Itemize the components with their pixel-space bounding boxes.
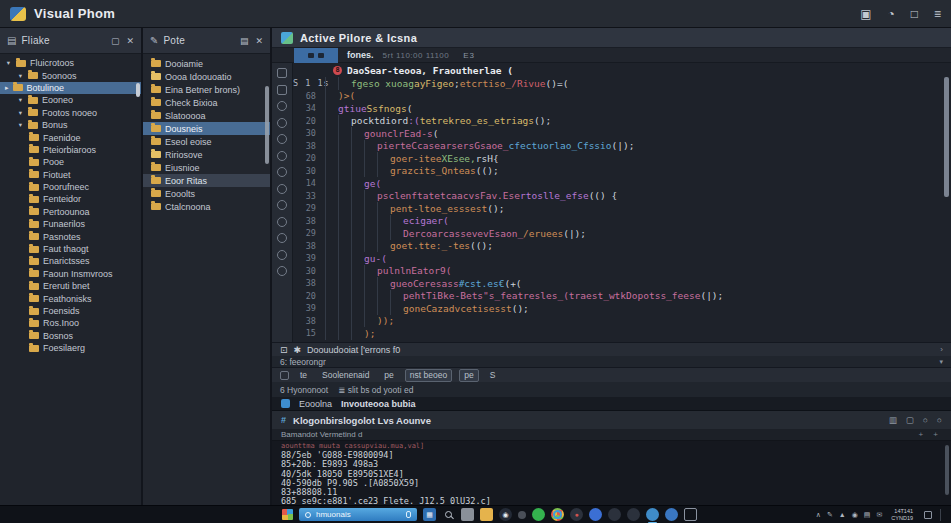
ring-icon[interactable]: ○ <box>937 415 942 425</box>
tree-item[interactable]: Ririosove <box>143 148 270 161</box>
network-icon[interactable]: ▲ <box>839 511 846 518</box>
chevron-down-icon[interactable]: ▾ <box>17 109 24 117</box>
tree-item[interactable]: Eiusnioe <box>143 161 270 174</box>
status-button[interactable]: pe <box>380 370 397 381</box>
earth-icon[interactable] <box>589 508 602 521</box>
clock[interactable]: 14T141 CYND19 <box>891 508 913 521</box>
pen-icon[interactable]: ✎ <box>827 511 833 519</box>
tree-item[interactable]: Faenidoe <box>0 131 141 143</box>
media-icon[interactable]: ◉ <box>499 508 512 521</box>
ring-icon[interactable] <box>277 266 287 276</box>
tree-item[interactable]: Pooe <box>0 156 141 168</box>
split-icon[interactable]: ▥ <box>889 415 897 425</box>
list-panel-icon[interactable]: ▤ <box>240 36 249 46</box>
frame-icon[interactable] <box>684 508 697 521</box>
tree-item[interactable]: Fiotuet <box>0 169 141 181</box>
tree-item[interactable]: Pteiorbiaroos <box>0 144 141 156</box>
tree-item[interactable]: Feathonisks <box>0 292 141 304</box>
chevron-up-icon[interactable]: ∧ <box>816 511 821 519</box>
tree-item[interactable]: ▾Footos nooeo <box>0 107 141 119</box>
box-icon[interactable] <box>277 85 287 95</box>
terminal-scrollbar[interactable] <box>945 445 949 495</box>
tree-item[interactable]: Bosnos <box>0 330 141 342</box>
panel-icon[interactable] <box>277 68 287 78</box>
tree-item[interactable]: Funaerilos <box>0 218 141 230</box>
tree-item[interactable]: Foensids <box>0 305 141 317</box>
path-scrollbar[interactable] <box>265 86 269 164</box>
message-icon[interactable]: ✉ <box>876 511 882 519</box>
tree-item[interactable]: ▾Bonus <box>0 119 141 131</box>
console-tab[interactable]: Eooolna <box>299 399 332 409</box>
start-button[interactable] <box>282 509 293 520</box>
tree-item[interactable]: ▾Eooneo <box>0 94 141 106</box>
tree-item[interactable]: Pasnotes <box>0 230 141 242</box>
tree-item[interactable]: ▾5oonoos <box>0 69 141 81</box>
tree-item[interactable]: Faut thaogt <box>0 243 141 255</box>
app-dark2-icon[interactable] <box>627 508 640 521</box>
whatsapp-icon[interactable] <box>532 508 545 521</box>
tab-label[interactable]: fones. <box>338 50 383 60</box>
tree-item[interactable]: Dooiamie <box>143 57 270 70</box>
terminal-output[interactable]: aounttma muuta cassupviau.mua,val]88/5eb… <box>272 441 951 505</box>
tree-item[interactable]: Dousneis <box>143 122 270 135</box>
tree-item[interactable]: Pertoounoa <box>0 206 141 218</box>
status-row-problems[interactable]: ⊡ ✱ Doouudooiat ['errons f0 › <box>272 342 951 356</box>
folder-icon[interactable] <box>480 508 493 521</box>
panel-icon[interactable]: ▢ <box>906 415 914 425</box>
clock-icon[interactable]: ◔ <box>887 7 894 21</box>
maximize-panel-icon[interactable]: ▢ <box>111 36 120 46</box>
add-terminal-button[interactable]: + + <box>918 430 942 439</box>
chevron-right-icon[interactable]: › <box>940 345 943 354</box>
status-button[interactable]: Soolenenaid <box>318 370 373 381</box>
mini-icon[interactable] <box>518 511 526 519</box>
tree-item[interactable]: Foesilaerg <box>0 342 141 354</box>
editor-scrollbar[interactable] <box>944 77 949 197</box>
action-center-icon[interactable] <box>924 511 932 519</box>
code-editor[interactable]: S 1 1sfgeso xuoagayFigeo;etcrtiso_/Rivue… <box>293 77 951 342</box>
show-desktop-button[interactable] <box>940 509 947 521</box>
disc-icon[interactable] <box>277 250 287 260</box>
clock-icon[interactable] <box>277 134 287 144</box>
search-input[interactable]: hmuonais <box>316 510 401 519</box>
close-panel-icon[interactable]: ✕ <box>126 36 134 46</box>
status-button[interactable]: nst beoeo <box>405 369 452 382</box>
tree-item[interactable]: Ctalcnoona <box>143 200 270 213</box>
tree-item[interactable]: Eooolts <box>143 187 270 200</box>
taskbar-search[interactable]: hmuonais <box>299 508 417 521</box>
tree-item[interactable]: Slatooooa <box>143 109 270 122</box>
globe-icon[interactable] <box>277 151 287 161</box>
menu-icon[interactable]: ≡ <box>934 7 941 21</box>
app-dark-icon[interactable] <box>608 508 621 521</box>
tree-item[interactable]: Enarictsses <box>0 255 141 267</box>
files-scrollbar[interactable] <box>136 83 140 97</box>
close-panel-icon[interactable]: ✕ <box>255 36 263 46</box>
filter-icon[interactable] <box>280 371 289 380</box>
explorer-icon[interactable] <box>461 508 474 521</box>
maximize-icon[interactable]: □ <box>911 7 918 21</box>
status-row-filter[interactable]: 6: feeorongr ▾ <box>272 356 951 367</box>
circle-icon[interactable]: ○ <box>923 415 928 425</box>
record-icon[interactable] <box>277 217 287 227</box>
target-icon[interactable] <box>277 101 287 111</box>
tree-item[interactable]: Eseol eoise <box>143 135 270 148</box>
chrome-icon[interactable] <box>551 508 564 521</box>
at-icon[interactable] <box>277 118 287 128</box>
circle-icon[interactable] <box>277 200 287 210</box>
gear-icon[interactable] <box>277 167 287 177</box>
dot-icon[interactable] <box>277 233 287 243</box>
tree-item[interactable]: ▸Botulinoe <box>0 82 141 94</box>
tree-item[interactable]: Poorufneec <box>0 181 141 193</box>
diamond-icon[interactable] <box>277 184 287 194</box>
tree-item[interactable]: Eina Betner brons) <box>143 83 270 96</box>
popout-icon[interactable]: ▣ <box>860 7 871 21</box>
chevron-down-icon[interactable]: ▾ <box>17 121 24 129</box>
camera-icon[interactable]: ● <box>570 508 583 521</box>
status-button[interactable]: te <box>296 370 311 381</box>
edge-icon[interactable] <box>646 508 659 521</box>
tree-item[interactable]: Check Bixioa <box>143 96 270 109</box>
tree-item[interactable]: Ros.Inoo <box>0 317 141 329</box>
search-icon[interactable] <box>442 508 455 521</box>
tree-item[interactable]: Faoun Insmvroos <box>0 268 141 280</box>
battery-icon[interactable]: ▤ <box>864 511 871 519</box>
tree-item[interactable]: Ereruti bnet <box>0 280 141 292</box>
